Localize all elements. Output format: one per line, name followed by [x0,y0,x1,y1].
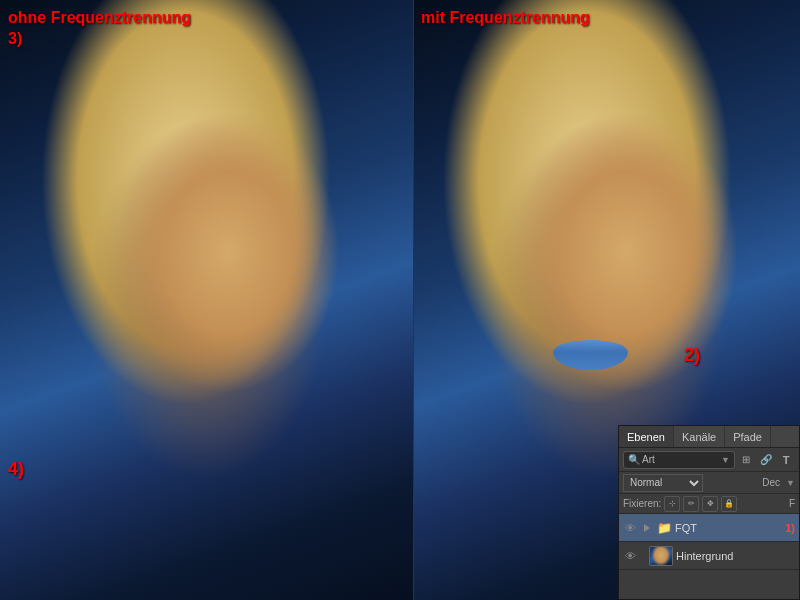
fix-label: Fixieren: [623,498,661,509]
without-freq-text: ohne Frequenztrennung [8,8,191,29]
tab-ebenen[interactable]: Ebenen [619,426,674,447]
dropdown-arrow: ▼ [721,455,730,465]
layer-fqt[interactable]: 👁 📁 FQT 1) [619,514,799,542]
left-number-3: 3) [8,29,191,50]
folder-icon-fqt: 📁 [657,521,672,535]
fix-position-icon[interactable]: ⊹ [664,496,680,512]
photo-right: mit Frequenztrennung 2) Ebenen Kanäle Pf… [413,0,800,600]
layer-thumb-preview [650,547,672,565]
layer-fqt-name: FQT [675,522,782,534]
search-placeholder: Art [642,454,655,465]
visibility-icon-hintergrund[interactable]: 👁 [623,549,637,563]
photo-left: ohne Frequenztrennung 3) 4) [0,0,413,600]
canvas-left-bg [0,0,413,600]
opacity-dropdown: ▼ [786,478,795,488]
label-number-2: 2) [684,345,700,366]
folder-expand-icon [644,524,650,532]
tab-pfade[interactable]: Pfade [725,426,771,447]
expand-arrow-fqt[interactable] [640,521,654,535]
chain-icon-btn[interactable]: 🔗 [757,451,775,469]
fix-row: Fixieren: ⊹ ✏ ✥ 🔒 F [619,494,799,514]
layer-search-box[interactable]: 🔍 Art ▼ [623,451,735,469]
panel-divider [413,0,414,600]
blend-mode-row: Normal Dec ▼ [619,472,799,494]
layer-hintergrund[interactable]: 👁 Hintergrund [619,542,799,570]
with-freq-text: mit Frequenztrennung [421,9,590,26]
grid-icon-btn[interactable]: ⊞ [737,451,755,469]
text-icon-btn[interactable]: T [777,451,795,469]
panel-tabs: Ebenen Kanäle Pfade [619,426,799,448]
fix-move-icon[interactable]: ✥ [702,496,718,512]
search-icon: 🔍 [628,454,640,465]
label-without-freq: ohne Frequenztrennung 3) [8,8,191,50]
label-number-4: 4) [8,459,24,480]
tab-kanaele-label: Kanäle [682,431,716,443]
fix-brush-icon[interactable]: ✏ [683,496,699,512]
opacity-label: Dec [762,477,780,488]
fill-label: F [789,498,795,509]
layer-hintergrund-thumb [649,546,673,566]
label-with-freq: mit Frequenztrennung [421,8,590,29]
tab-kanaele[interactable]: Kanäle [674,426,725,447]
visibility-icon-fqt[interactable]: 👁 [623,521,637,535]
tab-pfade-label: Pfade [733,431,762,443]
blend-mode-select[interactable]: Normal [623,474,703,492]
layer-fqt-badge: 1) [785,522,795,534]
tab-ebenen-label: Ebenen [627,431,665,443]
fix-lock-icon[interactable]: 🔒 [721,496,737,512]
photoshop-layers-panel: Ebenen Kanäle Pfade 🔍 Art ▼ ⊞ 🔗 T [618,425,800,600]
main-container: ohne Frequenztrennung 3) 4) mit Frequenz… [0,0,800,600]
layer-hintergrund-name: Hintergrund [676,550,795,562]
layer-search-toolbar: 🔍 Art ▼ ⊞ 🔗 T [619,448,799,472]
